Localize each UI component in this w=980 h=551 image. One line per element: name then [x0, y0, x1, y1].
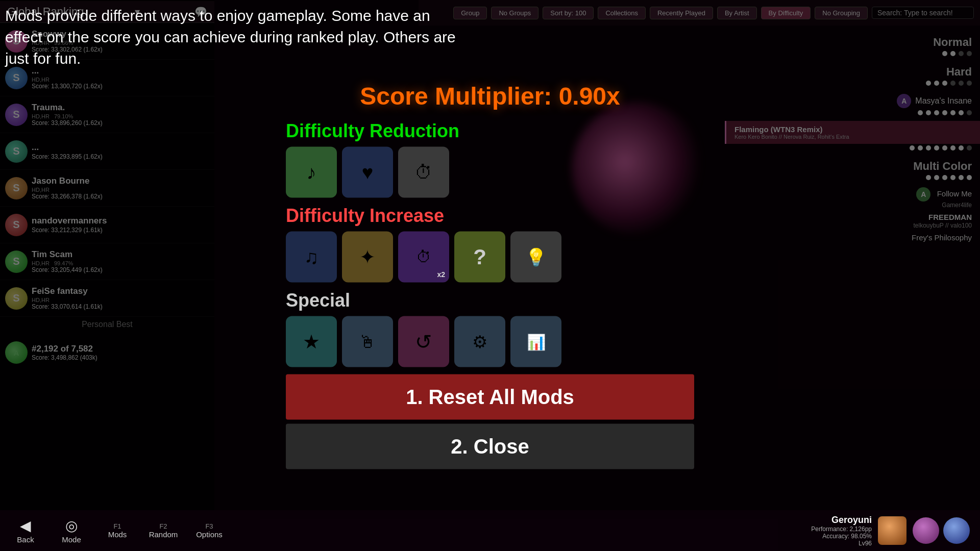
mod-section-increase: Difficulty Increase ♫ ✦ ⏱ x2 ? 💡: [286, 205, 694, 283]
right-avatars: [913, 517, 970, 544]
user-level: Lv96: [811, 540, 872, 547]
mod-no-fail[interactable]: ♥: [342, 147, 393, 198]
mini-avatar-2: [943, 517, 970, 544]
sudden-death-icon: ✦: [359, 246, 376, 268]
options-button[interactable]: F3 Options: [194, 522, 225, 539]
mods-modal: Score Multiplier: 0.90x Difficulty Reduc…: [286, 82, 694, 469]
mod-double-time[interactable]: ⏱ x2: [398, 232, 449, 283]
mods-key: F1: [113, 522, 121, 530]
special-title: Special: [286, 290, 694, 311]
close-button[interactable]: 2. Close: [286, 424, 694, 469]
easy-icon: ♪: [307, 161, 316, 183]
mod-section-special: Special ★ 🖱 ↺ ⚙ 📊: [286, 290, 694, 367]
mode-icon: ◎: [65, 517, 78, 534]
double-time-icon: ⏱: [416, 248, 431, 266]
spun-out-icon: ↺: [415, 330, 432, 354]
reset-all-mods-button[interactable]: 1. Reset All Mods: [286, 374, 694, 420]
user-avatar: [878, 516, 906, 545]
mod-hard-rock[interactable]: ♫: [286, 232, 337, 283]
user-info: Geroyuni Performance: 2,126pp Accuracy: …: [811, 515, 970, 547]
back-button[interactable]: ◀ Back: [10, 517, 41, 544]
reduction-icons: ♪ ♥ ⏱: [286, 147, 694, 198]
bottom-bar: ◀ Back ◎ Mode F1 Mods F2 Random F3 Optio…: [0, 510, 980, 551]
back-label: Back: [17, 535, 34, 544]
mods-label: Mods: [108, 530, 127, 539]
options-key: F3: [205, 522, 213, 530]
mode-label: Mode: [62, 535, 81, 544]
autopilot-icon: 🖱: [359, 332, 376, 352]
increase-icons: ♫ ✦ ⏱ x2 ? 💡: [286, 232, 694, 283]
cinema-icon: 📊: [527, 333, 546, 350]
auto-icon: ⚙: [472, 332, 487, 352]
mod-spun-out[interactable]: ↺: [398, 316, 449, 367]
back-icon: ◀: [20, 517, 31, 534]
mode-button[interactable]: ◎ Mode: [56, 517, 87, 544]
hidden-icon: ?: [473, 245, 486, 269]
half-time-icon: ⏱: [414, 162, 433, 183]
mod-half-time[interactable]: ⏱: [398, 147, 449, 198]
info-text: Mods provide different ways to enjoy gam…: [5, 5, 464, 69]
mod-cinema[interactable]: 📊: [510, 316, 561, 367]
mod-flashlight[interactable]: 💡: [510, 232, 561, 283]
mod-section-reduction: Difficulty Reduction ♪ ♥ ⏱: [286, 120, 694, 198]
special-icons: ★ 🖱 ↺ ⚙ 📊: [286, 316, 694, 367]
score-multiplier: Score Multiplier: 0.90x: [286, 82, 694, 110]
reduction-title: Difficulty Reduction: [286, 120, 694, 142]
user-accuracy: Accuracy: 98.05%: [811, 533, 872, 540]
mini-avatar-1: [913, 517, 939, 544]
random-key: F2: [159, 522, 167, 530]
user-name: Geroyuni: [811, 515, 872, 525]
mod-autopilot[interactable]: 🖱: [342, 316, 393, 367]
random-label: Random: [149, 530, 178, 539]
hard-rock-icon: ♫: [304, 246, 319, 268]
mods-button[interactable]: F1 Mods: [102, 522, 133, 539]
mod-sudden-death[interactable]: ✦: [342, 232, 393, 283]
relax-icon: ★: [303, 331, 320, 353]
mod-hidden[interactable]: ?: [454, 232, 505, 283]
increase-title: Difficulty Increase: [286, 205, 694, 227]
mod-relax[interactable]: ★: [286, 316, 337, 367]
mod-auto[interactable]: ⚙: [454, 316, 505, 367]
x2-badge: x2: [437, 270, 445, 279]
random-button[interactable]: F2 Random: [148, 522, 179, 539]
user-performance: Performance: 2,126pp: [811, 525, 872, 533]
no-fail-icon: ♥: [362, 161, 374, 183]
flashlight-icon: 💡: [525, 247, 547, 267]
options-label: Options: [196, 530, 223, 539]
mod-easy[interactable]: ♪: [286, 147, 337, 198]
